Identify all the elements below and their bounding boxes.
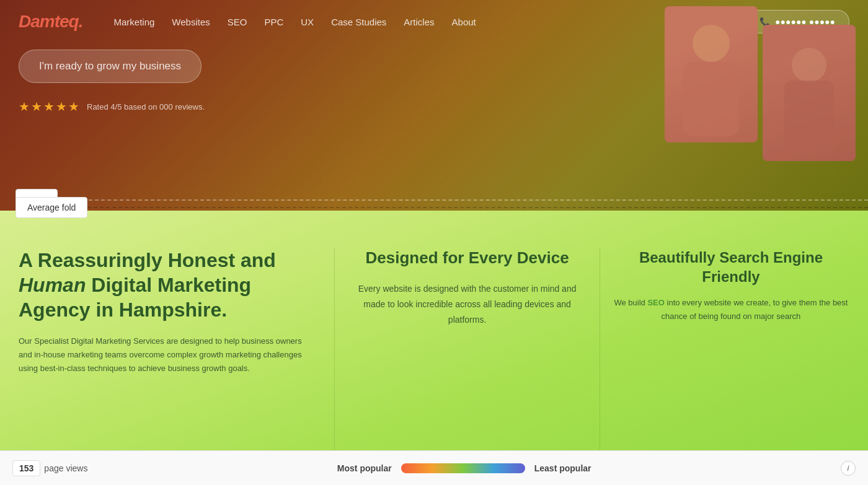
seo-link[interactable]: SEO: [647, 298, 664, 307]
avg-fold-bar: Average fold: [0, 197, 868, 218]
content-section: A Reassuringly Honest and Human Digital …: [0, 211, 868, 485]
heading-part1: A Reassuringly Honest and: [19, 249, 276, 271]
brand-logo[interactable]: Damteq.: [19, 12, 82, 32]
least-popular-label: Least popular: [534, 463, 591, 473]
mid-body-text: Every website is designed with the custo…: [347, 281, 587, 328]
nav-links: Marketing Websites SEO PPC UX Case Studi…: [113, 17, 652, 27]
page-views-section: 153 page views: [12, 460, 87, 476]
nav-item-about[interactable]: About: [452, 17, 476, 27]
nav-item-case-studies[interactable]: Case Studies: [331, 17, 386, 27]
hero-image-2: [763, 25, 856, 161]
star-rating: ★★★★★: [19, 99, 81, 114]
right-column: Beautifully Search Engine Friendly We bu…: [600, 248, 849, 466]
bottom-bar: 153 page views Most popular Least popula…: [0, 450, 868, 485]
nav-item-marketing[interactable]: Marketing: [113, 17, 154, 27]
left-column: A Reassuringly Honest and Human Digital …: [19, 248, 334, 466]
nav-item-websites[interactable]: Websites: [172, 17, 210, 27]
right-heading: Beautifully Search Engine Friendly: [613, 248, 849, 286]
hero-image-1: [665, 6, 758, 142]
popularity-gradient-bar: [401, 463, 525, 473]
avg-fold-label: Average fold: [16, 197, 87, 218]
nav-item-seo[interactable]: SEO: [228, 17, 247, 27]
nav-item-ppc[interactable]: PPC: [264, 17, 283, 27]
page-views-label: page views: [44, 463, 87, 473]
hero-img-placeholder-1: [665, 6, 758, 142]
cta-grow-button[interactable]: I'm ready to grow my business: [19, 50, 202, 83]
mid-heading: Designed for Every Device: [347, 248, 587, 269]
middle-column: Designed for Every Device Every website …: [334, 248, 600, 466]
hero-section: Damteq. Marketing Websites SEO PPC UX Ca…: [0, 0, 868, 211]
rating-text: Rated 4/5 based on 000 reviews.: [87, 102, 205, 111]
info-button[interactable]: i: [841, 461, 856, 476]
popularity-bar-container: Most popular Least popular: [100, 463, 828, 473]
right-body-text: We build SEO into every website we creat…: [613, 296, 849, 323]
svg-rect-5: [784, 81, 834, 155]
nav-item-articles[interactable]: Articles: [404, 17, 434, 27]
nav-item-ux[interactable]: UX: [301, 17, 314, 27]
left-body-text: Our Specialist Digital Marketing Service…: [19, 334, 316, 375]
svg-rect-2: [683, 62, 739, 136]
avg-fold-line: [87, 207, 868, 208]
page-views-count: 153: [12, 460, 40, 476]
main-heading: A Reassuringly Honest and Human Digital …: [19, 248, 316, 322]
heading-italic: Human: [19, 274, 86, 296]
svg-point-4: [792, 48, 826, 82]
most-popular-label: Most popular: [337, 463, 392, 473]
svg-point-1: [693, 25, 730, 62]
hero-images: [665, 0, 856, 142]
hero-img-placeholder-2: [763, 25, 856, 161]
